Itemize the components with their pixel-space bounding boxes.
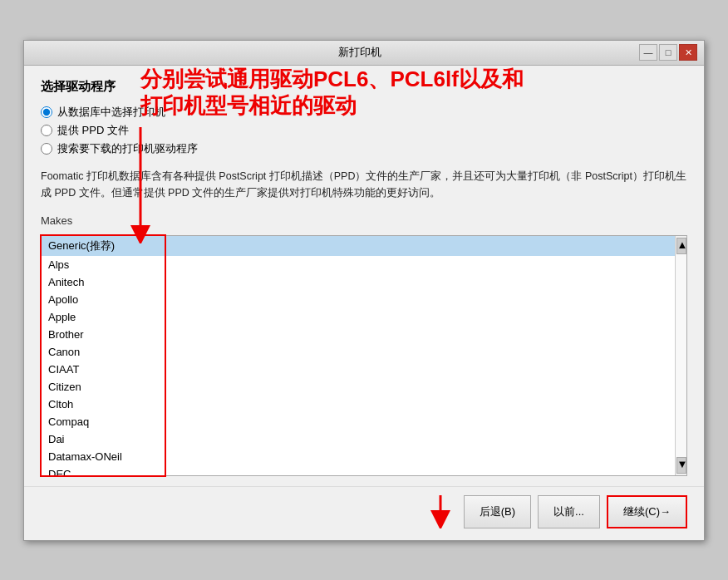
arrow-continue xyxy=(424,495,457,528)
list-item[interactable]: Anitech xyxy=(42,273,675,291)
makes-list-wrapper: Generic(推荐)AlpsAnitechApolloAppleBrother… xyxy=(41,235,687,476)
maximize-button[interactable]: □ xyxy=(659,44,677,61)
list-item[interactable]: Alps xyxy=(42,256,675,273)
list-item[interactable]: Generic(推荐) xyxy=(42,236,675,256)
radio-ppd-input[interactable] xyxy=(41,125,52,136)
list-item[interactable]: Apollo xyxy=(42,291,675,308)
scroll-track[interactable] xyxy=(676,254,686,457)
radio-database-label: 从数据库中选择打印机 xyxy=(57,105,165,120)
radio-download[interactable]: 搜索要下载的打印机驱动程序 xyxy=(41,141,687,156)
list-item[interactable]: Datamax-ONeil xyxy=(42,448,675,465)
radio-download-label: 搜索要下载的打印机驱动程序 xyxy=(57,141,198,156)
forward-button[interactable]: 以前... xyxy=(538,495,600,528)
scroll-down-btn[interactable]: ▼ xyxy=(676,457,686,474)
list-item[interactable]: Dai xyxy=(42,430,675,448)
title-bar-controls: — □ ✕ xyxy=(639,44,697,61)
radio-database-input[interactable] xyxy=(41,106,52,118)
window-title: 新打印机 xyxy=(81,45,639,60)
makes-label: Makes xyxy=(41,214,687,227)
back-button[interactable]: 后退(B) xyxy=(464,495,531,528)
scrollbar[interactable]: ▲ ▼ xyxy=(675,236,686,475)
radio-ppd[interactable]: 提供 PPD 文件 xyxy=(41,123,687,138)
footer: 后退(B) 以前... 继续(C)→ xyxy=(24,486,704,540)
section-title: 选择驱动程序 xyxy=(41,79,687,95)
list-item[interactable]: CIAAT xyxy=(42,361,675,378)
makes-list-container[interactable]: Generic(推荐)AlpsAnitechApolloAppleBrother… xyxy=(41,235,687,476)
continue-button[interactable]: 继续(C)→ xyxy=(607,495,687,528)
radio-download-input[interactable] xyxy=(41,143,52,155)
dialog-content: 分别尝试通用驱动PCL6、PCL6lf以及和 打印机型号相近的驱动 选择驱动程序… xyxy=(24,66,704,486)
makes-list-items: Generic(推荐)AlpsAnitechApolloAppleBrother… xyxy=(42,236,675,475)
radio-database[interactable]: 从数据库中选择打印机 xyxy=(41,105,687,120)
close-button[interactable]: ✕ xyxy=(679,44,697,61)
list-item[interactable]: Cltoh xyxy=(42,396,675,413)
list-item[interactable]: Canon xyxy=(42,343,675,361)
radio-ppd-label: 提供 PPD 文件 xyxy=(57,123,129,138)
list-item[interactable]: Brother xyxy=(42,326,675,343)
main-window: 新打印机 — □ ✕ 分别尝试通用驱动PCL6、PCL6lf以及和 打印机型号相… xyxy=(23,40,705,541)
list-item[interactable]: DEC xyxy=(42,465,675,475)
list-item[interactable]: Compaq xyxy=(42,413,675,430)
minimize-button[interactable]: — xyxy=(639,44,657,61)
title-bar: 新打印机 — □ ✕ xyxy=(24,41,704,66)
radio-group: 从数据库中选择打印机 提供 PPD 文件 搜索要下载的打印机驱动程序 xyxy=(41,105,687,156)
list-item[interactable]: Citizen xyxy=(42,378,675,396)
scroll-up-btn[interactable]: ▲ xyxy=(676,238,686,254)
list-item[interactable]: Apple xyxy=(42,308,675,326)
description-text: Foomatic 打印机数据库含有各种提供 PostScript 打印机描述（P… xyxy=(41,168,687,201)
